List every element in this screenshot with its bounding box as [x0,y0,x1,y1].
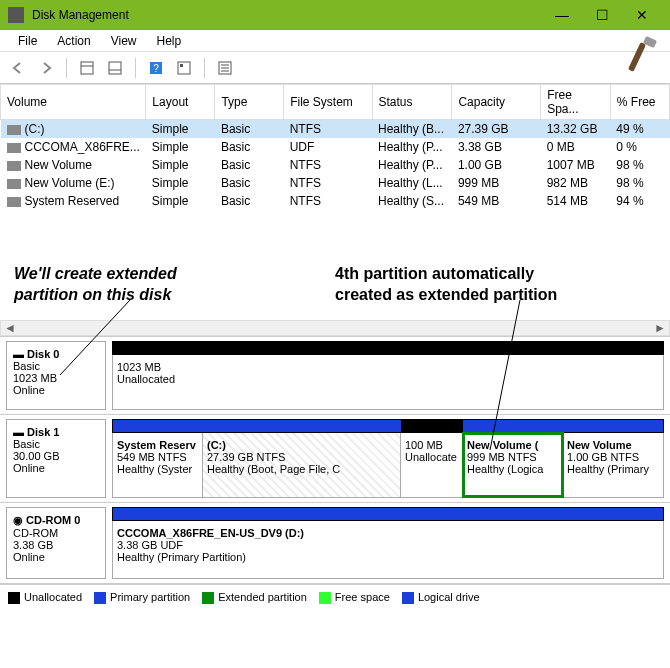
legend-primary-swatch [94,592,106,604]
help-button[interactable]: ? [144,56,168,80]
svg-text:?: ? [153,63,159,74]
disk-0-pane[interactable]: ▬ Disk 0 Basic 1023 MB Online 1023 MB Un… [0,336,670,414]
volume-icon [7,125,21,135]
disk-1-new-volume[interactable]: New Volume 1.00 GB NTFS Healthy (Primary [563,433,663,497]
disk-1-new-volume-e[interactable]: New Volume ( 999 MB NTFS Healthy (Logica [463,433,563,497]
legend-logical-swatch [402,592,414,604]
legend-unallocated-swatch [8,592,20,604]
menu-help[interactable]: Help [147,32,192,50]
disk-1-unallocated[interactable]: 100 MB Unallocate [401,433,463,497]
volume-table[interactable]: Volume Layout Type File System Status Ca… [0,84,670,210]
minimize-button[interactable]: — [542,0,582,30]
titlebar: Disk Management — ☐ ✕ [0,0,670,30]
annotation-area: We'll create extended partition on this … [0,210,670,320]
scroll-right-icon[interactable]: ► [653,321,667,335]
hammer-icon [614,34,662,82]
scroll-left-icon[interactable]: ◄ [3,321,17,335]
disk-icon: ▬ [13,348,27,360]
cdrom-volume[interactable]: CCCOMA_X86FRE_EN-US_DV9 (D:) 3.38 GB UDF… [113,521,663,578]
cdrom-icon: ◉ [13,514,26,526]
annotation-left: We'll create extended partition on this … [14,264,177,306]
menu-action[interactable]: Action [47,32,100,50]
col-free[interactable]: Free Spa... [541,85,611,120]
table-row[interactable]: (C:)SimpleBasicNTFSHealthy (B...27.39 GB… [1,120,670,139]
close-button[interactable]: ✕ [622,0,662,30]
table-row[interactable]: CCCOMA_X86FRE...SimpleBasicUDFHealthy (P… [1,138,670,156]
settings-button[interactable] [172,56,196,80]
volume-icon [7,179,21,189]
list-button[interactable] [213,56,237,80]
table-header-row[interactable]: Volume Layout Type File System Status Ca… [1,85,670,120]
disk-1-system-reserved[interactable]: System Reserv 549 MB NTFS Healthy (Syste… [113,433,203,497]
svg-rect-0 [81,62,93,74]
svg-rect-2 [109,62,121,74]
volume-icon [7,143,21,153]
maximize-button[interactable]: ☐ [582,0,622,30]
col-fs[interactable]: File System [284,85,372,120]
svg-rect-7 [180,64,183,67]
volume-icon [7,161,21,171]
menu-file[interactable]: File [8,32,47,50]
col-volume[interactable]: Volume [1,85,146,120]
table-row[interactable]: New Volume (E:)SimpleBasicNTFSHealthy (L… [1,174,670,192]
disk-0-unallocated[interactable]: 1023 MB Unallocated [113,355,663,409]
disk-icon: ▬ [13,426,27,438]
volume-icon [7,197,21,207]
legend: Unallocated Primary partition Extended p… [0,584,670,610]
col-layout[interactable]: Layout [146,85,215,120]
table-row[interactable]: New VolumeSimpleBasicNTFSHealthy (P...1.… [1,156,670,174]
svg-rect-13 [628,42,646,72]
view-bottom-button[interactable] [103,56,127,80]
toolbar: ? [0,52,670,84]
table-row[interactable]: System ReservedSimpleBasicNTFSHealthy (S… [1,192,670,210]
cdrom-pane[interactable]: ◉ CD-ROM 0 CD-ROM 3.38 GB Online CCCOMA_… [0,502,670,584]
view-top-button[interactable] [75,56,99,80]
back-button[interactable] [6,56,30,80]
forward-button[interactable] [34,56,58,80]
col-capacity[interactable]: Capacity [452,85,541,120]
menu-view[interactable]: View [101,32,147,50]
h-scrollbar[interactable]: ◄ ► [0,320,670,336]
menubar: File Action View Help [0,30,670,52]
disk-1-c-drive[interactable]: (C:) 27.39 GB NTFS Healthy (Boot, Page F… [203,433,401,497]
cdrom-header[interactable]: ◉ CD-ROM 0 CD-ROM 3.38 GB Online [6,507,106,579]
col-type[interactable]: Type [215,85,284,120]
legend-free-swatch [319,592,331,604]
legend-extended-swatch [202,592,214,604]
disk-1-header[interactable]: ▬ Disk 1 Basic 30.00 GB Online [6,419,106,498]
col-pct[interactable]: % Free [610,85,669,120]
disk-0-header[interactable]: ▬ Disk 0 Basic 1023 MB Online [6,341,106,410]
window-title: Disk Management [32,8,542,22]
disk-1-pane[interactable]: ▬ Disk 1 Basic 30.00 GB Online System Re… [0,414,670,502]
svg-rect-6 [178,62,190,74]
annotation-right: 4th partition automatically created as e… [335,264,557,306]
app-icon [8,7,24,23]
col-status[interactable]: Status [372,85,452,120]
